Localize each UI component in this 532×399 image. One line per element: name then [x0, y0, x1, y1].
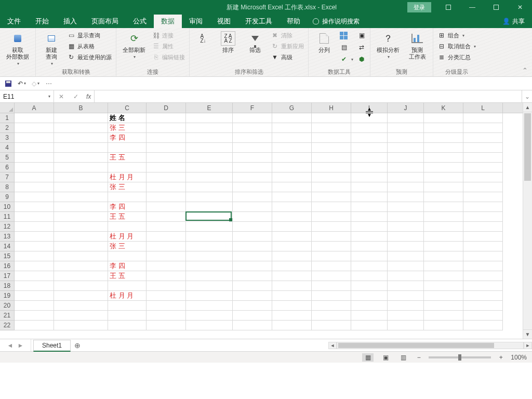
cell-I12[interactable]	[351, 222, 388, 232]
cell-H6[interactable]	[312, 163, 351, 172]
cell-G21[interactable]	[272, 311, 312, 321]
cell-D6[interactable]	[147, 163, 186, 172]
fx-icon[interactable]: fx	[83, 93, 94, 100]
cell-C3[interactable]: 李 四	[108, 133, 147, 143]
col-header-F[interactable]: F	[233, 103, 272, 113]
cell-G15[interactable]	[272, 251, 312, 261]
cell-A14[interactable]	[15, 242, 54, 251]
col-header-C[interactable]: C	[108, 103, 147, 113]
cell-G9[interactable]	[272, 192, 312, 202]
cell-K3[interactable]	[424, 133, 463, 143]
cell-K14[interactable]	[424, 242, 463, 251]
manage-data-model-button[interactable]: ⬢	[357, 54, 366, 64]
cell-C8[interactable]: 张 三	[108, 182, 147, 192]
cell-K17[interactable]	[424, 271, 463, 281]
cells-area[interactable]: 姓 名张 三李 四王 五杜 月 月张 三李 四王 五杜 月 月张 三李 四王 五…	[15, 113, 503, 330]
zoom-slider[interactable]	[429, 356, 491, 358]
cell-C9[interactable]	[108, 192, 147, 202]
cell-L9[interactable]	[463, 192, 503, 202]
collapse-ribbon-button[interactable]: ⌃	[522, 66, 528, 74]
name-box[interactable]: E11 ▾	[0, 90, 54, 102]
cell-B13[interactable]	[54, 232, 108, 242]
cell-J5[interactable]	[388, 153, 424, 163]
cell-K16[interactable]	[424, 261, 463, 271]
row-header-4[interactable]: 4	[0, 143, 15, 153]
cell-D13[interactable]	[147, 232, 186, 242]
remove-duplicates-button[interactable]: ▤	[340, 42, 353, 52]
cell-J3[interactable]	[388, 133, 424, 143]
cell-B20[interactable]	[54, 301, 108, 311]
cell-D14[interactable]	[147, 242, 186, 251]
cell-G16[interactable]	[272, 261, 312, 271]
cell-E20[interactable]	[186, 301, 233, 311]
cell-H22[interactable]	[312, 321, 351, 330]
cell-E21[interactable]	[186, 311, 233, 321]
show-queries-button[interactable]: ▭显示查询	[67, 30, 112, 41]
cell-F20[interactable]	[233, 301, 272, 311]
cell-J15[interactable]	[388, 251, 424, 261]
cell-A19[interactable]	[15, 291, 54, 301]
cell-J19[interactable]	[388, 291, 424, 301]
cell-J7[interactable]	[388, 172, 424, 182]
tab-insert[interactable]: 插入	[56, 15, 84, 28]
cell-E1[interactable]	[186, 113, 233, 123]
cell-D5[interactable]	[147, 153, 186, 163]
cell-K4[interactable]	[424, 143, 463, 153]
slider-knob[interactable]	[458, 354, 461, 361]
scroll-up-button[interactable]: ▲	[523, 103, 532, 112]
cell-H9[interactable]	[312, 192, 351, 202]
cell-A9[interactable]	[15, 192, 54, 202]
cell-B19[interactable]	[54, 291, 108, 301]
col-header-K[interactable]: K	[424, 103, 463, 113]
cell-I6[interactable]	[351, 163, 388, 172]
cell-L8[interactable]	[463, 182, 503, 192]
cell-L5[interactable]	[463, 153, 503, 163]
cell-D18[interactable]	[147, 281, 186, 291]
cell-C22[interactable]	[108, 321, 147, 330]
tab-page-layout[interactable]: 页面布局	[84, 15, 126, 28]
cell-A8[interactable]	[15, 182, 54, 192]
tab-file[interactable]: 文件	[0, 15, 28, 28]
cell-L19[interactable]	[463, 291, 503, 301]
cell-I16[interactable]	[351, 261, 388, 271]
cell-L3[interactable]	[463, 133, 503, 143]
cell-A5[interactable]	[15, 153, 54, 163]
cell-K2[interactable]	[424, 123, 463, 133]
cell-J14[interactable]	[388, 242, 424, 251]
forecast-sheet-button[interactable]: 预测 工作表	[406, 30, 429, 61]
cell-E14[interactable]	[186, 242, 233, 251]
cell-L13[interactable]	[463, 232, 503, 242]
refresh-all-button[interactable]: ⟳ 全部刷新 ▾	[121, 30, 148, 60]
cell-A16[interactable]	[15, 261, 54, 271]
cell-I22[interactable]	[351, 321, 388, 330]
cell-J20[interactable]	[388, 301, 424, 311]
tab-view[interactable]: 视图	[210, 15, 238, 28]
new-sheet-button[interactable]: ⊕	[71, 339, 84, 351]
col-header-B[interactable]: B	[54, 103, 108, 113]
cell-G13[interactable]	[272, 232, 312, 242]
text-to-columns-button[interactable]: 分列	[313, 30, 336, 55]
cell-F8[interactable]	[233, 182, 272, 192]
cell-C19[interactable]: 杜 月 月	[108, 291, 147, 301]
cell-E15[interactable]	[186, 251, 233, 261]
save-button[interactable]	[4, 79, 12, 88]
row-header-21[interactable]: 21	[0, 311, 15, 321]
cell-A17[interactable]	[15, 271, 54, 281]
cell-A7[interactable]	[15, 172, 54, 182]
cell-L17[interactable]	[463, 271, 503, 281]
cell-G7[interactable]	[272, 172, 312, 182]
cell-J11[interactable]	[388, 212, 424, 222]
cell-J2[interactable]	[388, 123, 424, 133]
cell-C6[interactable]	[108, 163, 147, 172]
cell-A10[interactable]	[15, 202, 54, 212]
cell-I11[interactable]	[351, 212, 388, 222]
zoom-in-button[interactable]: +	[497, 354, 504, 361]
cell-L14[interactable]	[463, 242, 503, 251]
cell-A12[interactable]	[15, 222, 54, 232]
ribbon-display-options-button[interactable]	[436, 0, 460, 15]
cell-D8[interactable]	[147, 182, 186, 192]
recent-sources-button[interactable]: ↻最近使用的源	[67, 52, 112, 62]
cell-B7[interactable]	[54, 172, 108, 182]
cell-G14[interactable]	[272, 242, 312, 251]
cell-D19[interactable]	[147, 291, 186, 301]
